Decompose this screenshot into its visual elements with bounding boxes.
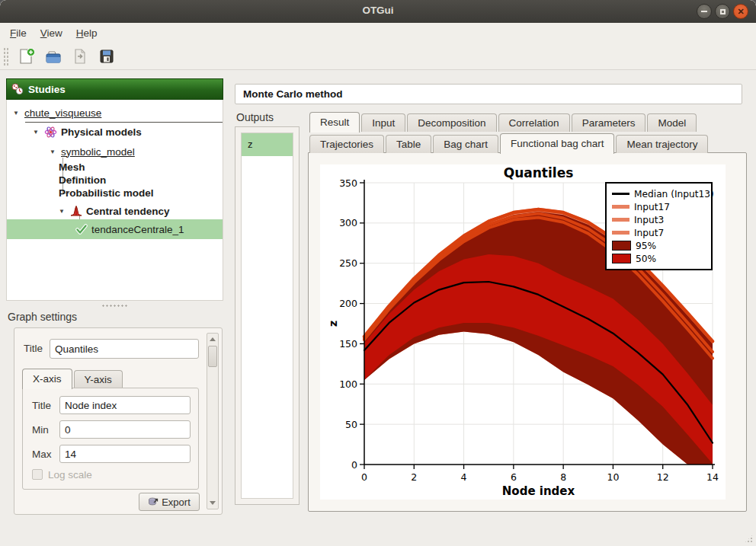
tree-item-label: tendanceCentrale_1 xyxy=(91,224,184,235)
chart-area: 05010015020025030035002468101214Quantile… xyxy=(320,164,726,500)
tree-item-tendancecentrale-1[interactable]: tendanceCentrale_1 xyxy=(7,219,223,239)
studies-icon xyxy=(11,83,24,95)
axis-tab-y-axis[interactable]: Y-axis xyxy=(74,370,123,388)
svg-text:Node index: Node index xyxy=(502,484,575,498)
tab-mean-trajectory[interactable]: Mean trajectory xyxy=(616,135,708,153)
check-icon xyxy=(75,223,88,235)
legend-swatch xyxy=(612,231,629,235)
import-script-button[interactable] xyxy=(69,45,91,68)
title-bar[interactable]: OTGui ✕ xyxy=(0,0,756,24)
expander-icon[interactable]: ▼ xyxy=(59,208,66,215)
svg-text:14: 14 xyxy=(706,471,719,483)
tree-item-label: Definition xyxy=(59,174,106,186)
tree-item-probabilistic-model[interactable]: Probabilistic model xyxy=(7,187,223,200)
minimize-icon xyxy=(701,11,707,12)
toolbar xyxy=(0,43,756,70)
axis-max-input[interactable] xyxy=(59,445,191,463)
svg-text:200: 200 xyxy=(339,298,357,309)
menu-bar: FileViewHelp xyxy=(0,23,756,43)
menu-item-view[interactable]: View xyxy=(34,25,69,41)
legend-swatch xyxy=(612,193,629,194)
tab-result[interactable]: Result xyxy=(309,112,360,133)
tree-item-physical-models[interactable]: ▼Physical models xyxy=(7,123,223,141)
maximize-icon xyxy=(720,9,726,14)
output-item-z[interactable]: z xyxy=(242,133,293,156)
scroll-up-icon[interactable] xyxy=(207,334,218,344)
svg-text:2: 2 xyxy=(411,471,417,483)
method-title-box: Monte Carlo method xyxy=(235,84,742,104)
window-title: OTGui xyxy=(0,5,756,16)
open-study-button[interactable] xyxy=(42,45,65,68)
svg-text:z: z xyxy=(327,321,339,327)
svg-text:300: 300 xyxy=(339,217,357,228)
axis-title-input[interactable] xyxy=(59,396,191,414)
axis-min-input[interactable] xyxy=(59,420,191,439)
atom-icon xyxy=(44,126,57,139)
tree-item-mesh[interactable]: Mesh xyxy=(7,161,223,174)
close-button[interactable]: ✕ xyxy=(733,4,748,19)
save-study-icon xyxy=(98,47,116,65)
tab-decomposition[interactable]: Decomposition xyxy=(407,113,496,132)
expander-icon[interactable]: ▼ xyxy=(50,148,57,155)
axis-min-label: Min xyxy=(32,424,49,436)
tab-correlation[interactable]: Correlation xyxy=(498,113,570,132)
outputs-frame: z xyxy=(235,126,300,505)
tree-item-central-tendency[interactable]: ▼Central tendency xyxy=(7,203,223,219)
expander-icon[interactable]: ▼ xyxy=(13,110,21,117)
log-scale-checkbox[interactable] xyxy=(32,469,43,480)
close-icon: ✕ xyxy=(737,8,744,16)
open-study-icon xyxy=(44,47,62,65)
tab-trajectories[interactable]: Trajectories xyxy=(309,135,384,153)
outputs-list: z xyxy=(241,133,293,499)
tab-functional-bag-chart[interactable]: Functional bag chart xyxy=(500,133,614,154)
tree-item-definition[interactable]: Definition xyxy=(7,174,223,187)
svg-text:0: 0 xyxy=(351,459,357,471)
window-resize-grip[interactable] xyxy=(744,534,754,544)
menu-item-file[interactable]: File xyxy=(3,25,34,41)
tab-model[interactable]: Model xyxy=(647,113,697,132)
scrollbar-thumb[interactable] xyxy=(208,346,217,367)
legend-entry-input17: Input17 xyxy=(612,200,706,213)
tab-table[interactable]: Table xyxy=(386,135,431,153)
tree-item-label: symbolic_model xyxy=(61,146,135,158)
graph-title-input[interactable] xyxy=(50,339,199,359)
legend-label: Input3 xyxy=(634,215,664,225)
log-scale-label: Log scale xyxy=(48,469,92,481)
x-axis-pane: Title Min Max Log scale xyxy=(22,388,199,490)
toolbar-drag-handle[interactable] xyxy=(3,47,9,65)
secondary-tabbar: TrajectoriesTableBag chartFunctional bag… xyxy=(309,132,710,153)
studies-tree: ▼chute_visqueuse▼Physical models▼symboli… xyxy=(6,100,223,301)
minimize-button[interactable] xyxy=(697,4,712,19)
tree-item-chute-visqueuse[interactable]: ▼chute_visqueuse xyxy=(7,104,223,122)
axis-tabbar: X-axisY-axis xyxy=(22,368,124,388)
export-icon xyxy=(148,497,159,507)
tree-item-label: Mesh xyxy=(59,161,85,173)
settings-scrollbar[interactable] xyxy=(207,333,219,509)
panel-splitter-handle[interactable] xyxy=(101,304,129,308)
save-study-button[interactable] xyxy=(95,45,118,68)
export-button[interactable]: Export xyxy=(139,493,200,511)
new-study-button[interactable] xyxy=(15,45,38,68)
graph-settings-label: Graph settings xyxy=(8,311,77,323)
tab-bag-chart[interactable]: Bag chart xyxy=(433,135,498,153)
expander-icon[interactable]: ▼ xyxy=(33,129,40,136)
svg-text:8: 8 xyxy=(560,471,566,483)
central-tendency-icon xyxy=(70,205,82,217)
legend-swatch xyxy=(612,241,631,251)
import-script-icon xyxy=(71,47,89,65)
legend-entry-input3: Input3 xyxy=(612,213,706,226)
tree-item-symbolic-model[interactable]: ▼symbolic_model xyxy=(7,143,223,160)
svg-text:150: 150 xyxy=(339,338,357,350)
scroll-down-icon[interactable] xyxy=(207,498,218,508)
axis-tab-x-axis[interactable]: X-axis xyxy=(22,369,72,389)
svg-text:Quantiles: Quantiles xyxy=(504,165,574,180)
legend-entry-median-input13: Median (Input13) xyxy=(612,187,706,200)
svg-text:100: 100 xyxy=(339,378,357,390)
svg-text:10: 10 xyxy=(607,471,619,483)
maximize-button[interactable] xyxy=(715,4,730,19)
tab-parameters[interactable]: Parameters xyxy=(572,113,646,132)
tree-item-label: Probabilistic model xyxy=(59,187,154,199)
tab-input[interactable]: Input xyxy=(361,113,405,132)
menu-item-help[interactable]: Help xyxy=(69,25,104,41)
studies-panel-header: Studies xyxy=(6,78,223,100)
